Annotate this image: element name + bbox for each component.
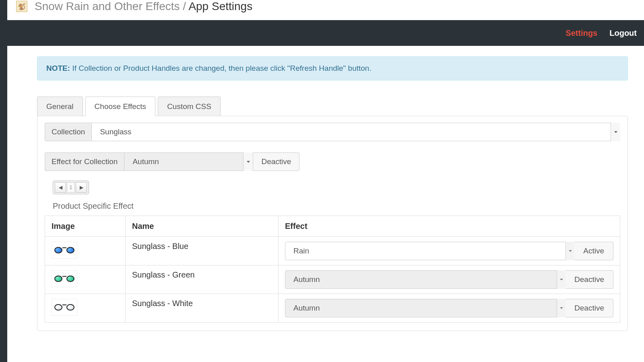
product-thumbnail xyxy=(52,299,77,316)
product-effect-toggle-button[interactable]: Active xyxy=(574,242,613,260)
image-cell xyxy=(45,294,126,323)
product-effect-select[interactable]: Rain xyxy=(285,242,574,260)
effect-collection-row: Effect for Collection Autumn Deactive xyxy=(45,152,299,171)
note-label: NOTE: xyxy=(46,64,70,72)
product-effect-toggle-button[interactable]: Deactive xyxy=(566,299,613,317)
effect-collection-toggle-button[interactable]: Deactive xyxy=(253,152,299,171)
product-thumbnail xyxy=(52,242,77,259)
image-cell xyxy=(45,237,126,265)
effect-select-wrap: Rain xyxy=(285,242,574,260)
pager-next-button[interactable]: ▶ xyxy=(76,182,87,193)
name-cell: Sunglass - White xyxy=(126,294,279,323)
breadcrumb: Snow Rain and Other Effects / App Settin… xyxy=(35,0,252,13)
effect-collection-select-wrap: Autumn xyxy=(124,152,253,171)
effect-collection-addon-label: Effect for Collection xyxy=(45,152,124,171)
tabs: General Choose Effects Custom CSS xyxy=(37,97,628,116)
table-row: Sunglass - GreenAutumnDeactive xyxy=(45,265,620,294)
sunglasses-icon xyxy=(54,246,75,254)
breadcrumb-separator: / xyxy=(180,0,189,12)
content-area: NOTE: If Collection or Product Handles a… xyxy=(0,46,644,331)
collection-row: Collection Sunglass xyxy=(45,123,620,141)
sunglasses-icon xyxy=(54,303,75,311)
product-specific-effect-title: Product Specific Effect xyxy=(53,202,620,211)
note-text: If Collection or Product Handles are cha… xyxy=(70,64,372,72)
nav-bar: Settings Logout xyxy=(0,20,644,46)
tab-choose-effects[interactable]: Choose Effects xyxy=(85,97,156,116)
collection-select[interactable]: Sunglass xyxy=(91,123,620,141)
effect-cell: RainActive xyxy=(279,237,620,265)
tab-custom-css[interactable]: Custom CSS xyxy=(158,97,221,116)
product-effect-select[interactable]: Autumn xyxy=(285,270,566,289)
collection-select-wrap: Sunglass xyxy=(91,123,620,141)
col-effect: Effect xyxy=(279,216,620,237)
header-bar: 🐒 Snow Rain and Other Effects / App Sett… xyxy=(0,0,644,20)
note-box: NOTE: If Collection or Product Handles a… xyxy=(37,56,628,80)
effect-control-group: AutumnDeactive xyxy=(285,299,613,317)
product-table: Image Name Effect Sunglass - BlueRainAct… xyxy=(45,216,620,323)
collection-addon-label: Collection xyxy=(45,123,91,141)
app-logo-icon: 🐒 xyxy=(16,1,27,12)
effect-select-wrap: Autumn xyxy=(285,299,566,317)
breadcrumb-app-name[interactable]: Snow Rain and Other Effects xyxy=(35,0,180,12)
table-row: Sunglass - WhiteAutumnDeactive xyxy=(45,294,620,323)
product-effect-toggle-button[interactable]: Deactive xyxy=(566,270,613,289)
pager-prev-button[interactable]: ◀ xyxy=(55,182,66,193)
effect-cell: AutumnDeactive xyxy=(279,294,620,323)
product-effect-select[interactable]: Autumn xyxy=(285,299,566,317)
effect-control-group: AutumnDeactive xyxy=(285,270,613,289)
product-thumbnail xyxy=(52,270,77,287)
effect-collection-select[interactable]: Autumn xyxy=(124,152,253,171)
nav-settings[interactable]: Settings xyxy=(566,29,597,38)
name-cell: Sunglass - Green xyxy=(126,265,279,294)
table-header-row: Image Name Effect xyxy=(45,216,620,237)
table-row: Sunglass - BlueRainActive xyxy=(45,237,620,265)
sunglasses-icon xyxy=(54,275,75,283)
name-cell: Sunglass - Blue xyxy=(126,237,279,265)
effect-select-wrap: Autumn xyxy=(285,270,566,289)
pager-page-number: 1 xyxy=(67,182,75,193)
effect-cell: AutumnDeactive xyxy=(279,265,620,294)
col-name: Name xyxy=(126,216,279,237)
effect-control-group: RainActive xyxy=(285,242,613,260)
tab-general[interactable]: General xyxy=(37,97,83,116)
admin-sidebar-strip xyxy=(0,0,7,331)
breadcrumb-current: App Settings xyxy=(188,0,252,12)
tab-panel: Collection Sunglass Effect for Collectio… xyxy=(37,116,628,331)
image-cell xyxy=(45,265,126,294)
nav-logout[interactable]: Logout xyxy=(609,29,637,38)
pager: ◀ 1 ▶ xyxy=(53,181,89,194)
col-image: Image xyxy=(45,216,126,237)
